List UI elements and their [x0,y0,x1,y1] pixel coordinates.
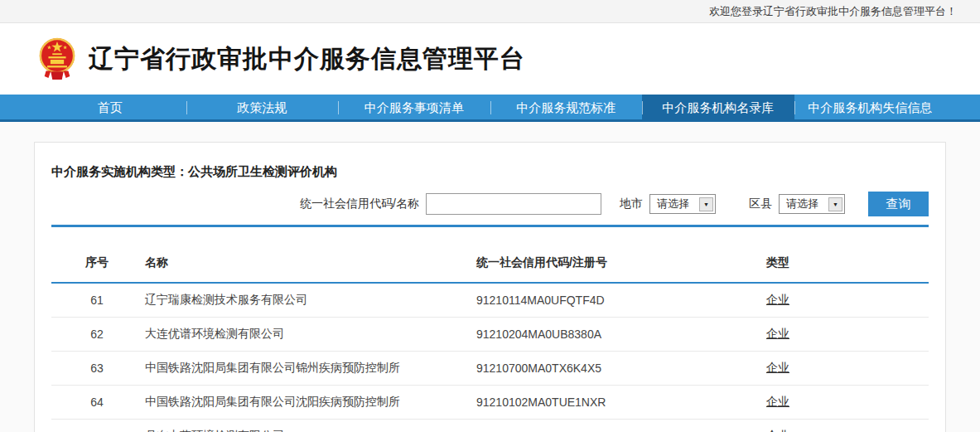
divider [51,225,929,227]
city-label: 地市 [620,197,643,211]
type-link[interactable]: 企业 [766,429,789,432]
credit-code-input[interactable] [426,193,601,215]
header-code: 统一社会信用代码/注册号 [474,255,722,283]
name-cell: 辽宁瑞康检测技术服务有限公司 [142,283,474,317]
header-name: 名称 [142,255,474,283]
content-panel: 中介服务实施机构类型：公共场所卫生检测评价机构 统一社会信用代码/名称 地市 请… [34,142,946,432]
page-title: 辽宁省行政审批中介服务信息管理平台 [89,42,525,76]
city-select-value: 请选择 [650,197,699,211]
nav-item-service-standards[interactable]: 中介服务规范标准 [490,95,643,122]
table-row: 65 丹东中蓝环境检测有限公司 91210603MA0TU9KY9D 企业 [51,419,929,432]
table-row: 64 中国铁路沈阳局集团有限公司沈阳疾病预防控制所 91210102MA0TUE… [51,385,929,419]
section-title: 中介服务实施机构类型：公共场所卫生检测评价机构 [51,164,929,180]
national-emblem-icon [38,35,76,83]
name-cell: 中国铁路沈阳局集团有限公司锦州疾病预防控制所 [142,351,474,385]
seq-cell: 63 [51,351,142,385]
header-seq: 序号 [51,255,142,283]
main-nav: 首页 政策法规 中介服务事项清单 中介服务规范标准 中介服务机构名录库 中介服务… [0,95,980,122]
top-welcome-bar: 欢迎您登录辽宁省行政审批中介服务信息管理平台！ [0,0,980,23]
nav-item-policies[interactable]: 政策法规 [186,95,339,122]
table-row: 63 中国铁路沈阳局集团有限公司锦州疾病预防控制所 91210700MA0TX6… [51,351,929,385]
name-cell: 中国铁路沈阳局集团有限公司沈阳疾病预防控制所 [142,385,474,419]
site-header: 辽宁省行政审批中介服务信息管理平台 [0,23,980,95]
code-cell: 91210114MA0UFQTF4D [474,283,722,317]
welcome-text: 欢迎您登录辽宁省行政审批中介服务信息管理平台！ [709,4,957,19]
name-cell: 大连优谱环境检测有限公司 [142,317,474,351]
name-cell: 丹东中蓝环境检测有限公司 [142,419,474,432]
header-type: 类型 [722,255,929,283]
table-row: 62 大连优谱环境检测有限公司 91210204MA0UB8380A 企业 [51,317,929,351]
nav-item-home[interactable]: 首页 [34,95,186,122]
type-link[interactable]: 企业 [766,395,789,408]
seq-cell: 61 [51,283,142,317]
table-row: 61 辽宁瑞康检测技术服务有限公司 91210114MA0UFQTF4D 企业 [51,283,929,317]
seq-cell: 62 [51,317,142,351]
nav-item-agency-dishonesty[interactable]: 中介服务机构失信信息 [794,95,947,122]
chevron-down-icon[interactable]: ▼ [699,197,713,211]
code-cell: 91210603MA0TU9KY9D [474,419,722,432]
type-link[interactable]: 企业 [766,327,789,340]
nav-item-agency-directory[interactable]: 中介服务机构名录库 [642,95,794,122]
agency-table: 序号 名称 统一社会信用代码/注册号 类型 61 辽宁瑞康检测技术服务有限公司 … [51,255,929,432]
code-cell: 91210700MA0TX6K4X5 [474,351,722,385]
district-select[interactable]: 请选择 ▼ [779,194,845,214]
type-link[interactable]: 企业 [766,361,789,374]
district-select-value: 请选择 [780,197,828,211]
type-link[interactable]: 企业 [766,293,789,306]
search-form: 统一社会信用代码/名称 地市 请选择 ▼ 区县 请选择 ▼ 查询 [51,192,929,216]
query-button[interactable]: 查询 [868,192,929,216]
seq-cell: 65 [51,419,142,432]
city-select[interactable]: 请选择 ▼ [649,194,716,214]
chevron-down-icon[interactable]: ▼ [828,197,842,211]
seq-cell: 64 [51,385,142,419]
district-label: 区县 [749,197,772,211]
table-header-row: 序号 名称 统一社会信用代码/注册号 类型 [51,255,929,283]
code-cell: 91210102MA0TUE1NXR [474,385,722,419]
code-cell: 91210204MA0UB8380A [474,317,722,351]
credit-code-label: 统一社会信用代码/名称 [300,197,419,211]
nav-item-service-list[interactable]: 中介服务事项清单 [338,95,490,122]
